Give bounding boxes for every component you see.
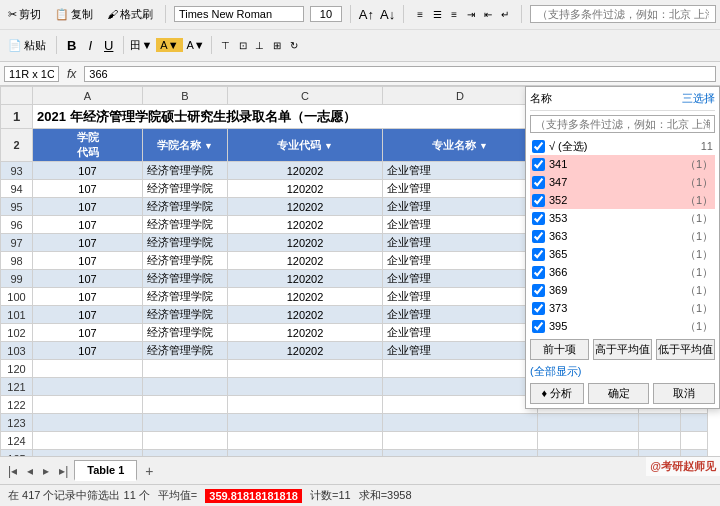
merge-icon[interactable]: ⊞ <box>269 37 285 53</box>
toolbar-row2: 📄 粘贴 B I U 田▼ A▼ A▼ ⊤ ⊡ ⊥ ⊞ ↻ <box>0 30 720 61</box>
copy-button[interactable]: 📋 复制 <box>51 5 97 24</box>
filter-checkbox-395[interactable] <box>532 320 545 333</box>
paste-icon: 📄 <box>8 39 22 52</box>
col-a-header[interactable]: A <box>33 87 143 105</box>
top10-button[interactable]: 前十项 <box>530 339 589 360</box>
add-sheet-button[interactable]: + <box>139 461 159 481</box>
col-d-header[interactable]: D <box>383 87 538 105</box>
align-center-icon[interactable]: ☰ <box>429 6 445 22</box>
indent-icon[interactable]: ⇥ <box>463 6 479 22</box>
confirm-button[interactable]: 确定 <box>588 383 650 404</box>
font-name-input[interactable] <box>174 6 304 22</box>
tab-nav-first[interactable]: |◂ <box>4 462 21 480</box>
font-color-button[interactable]: A▼ <box>187 39 205 51</box>
format-button[interactable]: 🖌 格式刷 <box>103 5 157 24</box>
separator7 <box>211 36 212 54</box>
font-size-input[interactable] <box>310 6 342 22</box>
filter-item-347[interactable]: 347 （1） <box>530 173 715 191</box>
separator6 <box>123 36 124 54</box>
cut-icon: ✂ <box>8 8 17 21</box>
formula-input[interactable] <box>84 66 716 82</box>
filter-panel: 名称 三选择 √ (全选) 11 341 （1） 347 （1） 352 （1）… <box>525 86 720 409</box>
outdent-icon[interactable]: ⇤ <box>480 6 496 22</box>
filter-checkbox-341[interactable] <box>532 158 545 171</box>
filter-checkbox-347[interactable] <box>532 176 545 189</box>
header-col-a[interactable]: 学院代码 <box>33 129 143 162</box>
filter-value-363: 363 <box>549 228 567 244</box>
header-col-d[interactable]: 专业名称 ▼ <box>383 129 538 162</box>
paste-button[interactable]: 📄 粘贴 <box>4 36 50 55</box>
filter-checkbox-369[interactable] <box>532 284 545 297</box>
tab-nav-next[interactable]: ▸ <box>39 462 53 480</box>
avg-value: 359.81818181818 <box>205 489 302 503</box>
formula-fx-label: fx <box>63 67 80 81</box>
filter-item-365[interactable]: 365 （1） <box>530 245 715 263</box>
filter-count-395: （1） <box>685 318 713 334</box>
below-avg-button[interactable]: 低于平均值 <box>656 339 715 360</box>
filter-checkbox-373[interactable] <box>532 302 545 315</box>
header-col-b[interactable]: 学院名称 ▼ <box>143 129 228 162</box>
filter-item-341[interactable]: 341 （1） <box>530 155 715 173</box>
border-button[interactable]: 田▼ <box>130 38 152 53</box>
valign-group: ⊤ ⊡ ⊥ ⊞ ↻ <box>218 37 302 53</box>
filter-value-352: 352 <box>549 192 567 208</box>
cancel-button[interactable]: 取消 <box>653 383 715 404</box>
filter-count-353: （1） <box>685 210 713 226</box>
filter-item-353[interactable]: 353 （1） <box>530 209 715 227</box>
cell-reference-input[interactable] <box>4 66 59 82</box>
rotate-icon[interactable]: ↻ <box>286 37 302 53</box>
watermark-label: @考研赵师见 <box>646 457 720 476</box>
tab-nav-prev[interactable]: ◂ <box>23 462 37 480</box>
sum-text: 求和=3958 <box>359 488 412 503</box>
toolbar-row1: ✂ 剪切 📋 复制 🖌 格式刷 A↑ A↓ ≡ ☰ ≡ ⇥ ⇤ ↵ <box>0 0 720 30</box>
filter-item-369[interactable]: 369 （1） <box>530 281 715 299</box>
col-c-header[interactable]: C <box>228 87 383 105</box>
col-b-header[interactable]: B <box>143 87 228 105</box>
font-grow-button[interactable]: A↑ <box>359 7 374 22</box>
filter-checkbox-353[interactable] <box>532 212 545 225</box>
header-col-c[interactable]: 专业代码 ▼ <box>228 129 383 162</box>
filter-count-347: （1） <box>685 174 713 190</box>
filter-quick-btns: 前十项 高于平均值 低于平均值 <box>530 339 715 360</box>
filter-item-363[interactable]: 363 （1） <box>530 227 715 245</box>
avg-label: 平均值= <box>158 488 197 503</box>
bold-button[interactable]: B <box>63 37 80 54</box>
analyze-button[interactable]: ♦ 分析 <box>530 383 584 404</box>
valign-mid-icon[interactable]: ⊡ <box>235 37 251 53</box>
filter-checkbox-363[interactable] <box>532 230 545 243</box>
align-left-icon[interactable]: ≡ <box>412 6 428 22</box>
filter-item-373[interactable]: 373 （1） <box>530 299 715 317</box>
valign-bot-icon[interactable]: ⊥ <box>252 37 268 53</box>
tab-nav-last[interactable]: ▸| <box>55 462 72 480</box>
font-shrink-button[interactable]: A↓ <box>380 7 395 22</box>
filter-checkbox-365[interactable] <box>532 248 545 261</box>
valign-top-icon[interactable]: ⊤ <box>218 37 234 53</box>
filter-value-366: 366 <box>549 264 567 280</box>
row-2-header: 2 <box>1 129 33 162</box>
align-right-icon[interactable]: ≡ <box>446 6 462 22</box>
filter-all-display[interactable]: (全部显示) <box>530 364 581 379</box>
fill-color-button[interactable]: A▼ <box>156 38 182 52</box>
filter-text-search[interactable] <box>530 115 715 133</box>
italic-button[interactable]: I <box>84 37 96 54</box>
filter-checkbox-352[interactable] <box>532 194 545 207</box>
filter-checkbox-all[interactable] <box>532 140 545 153</box>
filter-item-366[interactable]: 366 （1） <box>530 263 715 281</box>
filter-count-366: （1） <box>685 264 713 280</box>
filter-item-352[interactable]: 352 （1） <box>530 191 715 209</box>
alignment-group: ≡ ☰ ≡ ⇥ ⇤ ↵ <box>412 6 513 22</box>
sheet-tab-table1[interactable]: Table 1 <box>74 460 137 481</box>
status-bar: 在 417 个记录中筛选出 11 个 平均值= 359.81818181818 … <box>0 484 720 506</box>
filter-search-input[interactable] <box>530 5 716 23</box>
underline-button[interactable]: U <box>100 37 117 54</box>
filter-item-all[interactable]: √ (全选) 11 <box>530 137 715 155</box>
wrap-text-icon[interactable]: ↵ <box>497 6 513 22</box>
filter-value-373: 373 <box>549 300 567 316</box>
separator4 <box>521 5 522 23</box>
filter-confirm-row: ♦ 分析 确定 取消 <box>530 383 715 404</box>
filter-checkbox-366[interactable] <box>532 266 545 279</box>
cut-button[interactable]: ✂ 剪切 <box>4 5 45 24</box>
filter-select-label[interactable]: 三选择 <box>682 91 715 106</box>
above-avg-button[interactable]: 高于平均值 <box>593 339 652 360</box>
filter-item-395[interactable]: 395 （1） <box>530 317 715 335</box>
